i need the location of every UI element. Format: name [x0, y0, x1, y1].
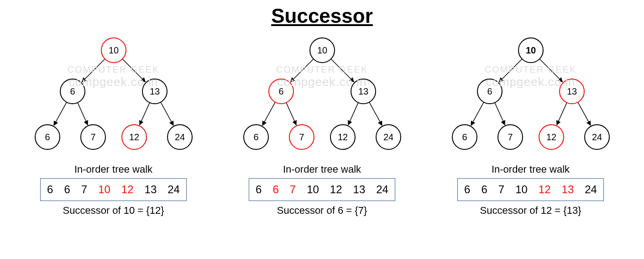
tree-node-value: 24 [174, 132, 184, 142]
walk-value: 7 [498, 183, 504, 196]
walk-value: 13 [562, 183, 574, 196]
tree-node: 7 [498, 125, 523, 149]
walk-value: 10 [515, 183, 528, 196]
tree-node-value: 12 [129, 132, 139, 142]
tree-node: 7 [81, 125, 105, 149]
tree-node-value: 6 [70, 86, 75, 96]
walk-value: 24 [168, 183, 180, 196]
successor-label: Successor of 12 = {13} [480, 205, 581, 217]
tree-node-value: 6 [45, 132, 50, 142]
page-title: Successor [0, 5, 644, 27]
tree-node-value: 24 [383, 132, 393, 142]
successor-label: Successor of 10 = {12} [63, 205, 164, 217]
tree-edge [348, 103, 358, 125]
tree-node-value: 6 [253, 132, 258, 142]
tree-svg: 10613671224 [22, 32, 205, 160]
tree-node: 6 [269, 79, 293, 104]
tree-node-value: 13 [358, 86, 368, 96]
inorder-walk-box: 66710121324 [457, 178, 604, 201]
tree-node: 7 [289, 125, 314, 149]
walk-value: 6 [464, 183, 470, 196]
tree-node: 13 [351, 79, 376, 104]
tree-node-value: 10 [317, 45, 327, 55]
tree-edge [578, 102, 591, 126]
tree-block-1: COMPUTER GEEKcompgeek.co.in10613671224In… [222, 32, 423, 217]
tree-edge [161, 102, 173, 126]
tree-node: 13 [142, 79, 167, 104]
tree-node-value: 6 [487, 86, 492, 96]
walk-value: 10 [98, 183, 110, 196]
tree-node: 6 [452, 125, 477, 149]
tree-node-value: 6 [278, 86, 283, 96]
tree-node: 24 [376, 125, 401, 149]
inorder-walk-label: In-order tree walk [283, 164, 361, 175]
tree-node-value: 10 [108, 45, 118, 55]
tree-edge [53, 102, 66, 126]
tree-edge [122, 59, 145, 82]
tree-node-value: 13 [149, 86, 159, 96]
walk-value: 12 [330, 183, 342, 196]
inorder-walk-label: In-order tree walk [74, 164, 152, 175]
tree-node: 6 [244, 125, 268, 149]
tree-node-value: 7 [299, 132, 304, 142]
tree-block-2: COMPUTER GEEKcompgeek.co.in10613671224In… [430, 32, 631, 217]
tree-edge [499, 59, 522, 82]
tree-edge [495, 103, 505, 125]
tree-edge [471, 102, 483, 126]
tree-node: 10 [310, 38, 335, 63]
walk-value: 6 [256, 183, 262, 196]
walk-value: 7 [290, 183, 296, 196]
tree-node: 24 [585, 125, 609, 149]
tree-node-value: 12 [546, 132, 556, 142]
tree-node: 12 [122, 125, 147, 149]
walk-value: 6 [47, 183, 53, 196]
tree-node: 10 [101, 38, 126, 63]
inorder-walk-box: 66710121324 [40, 178, 187, 201]
walk-value: 13 [145, 183, 157, 196]
walk-value: 13 [353, 183, 366, 196]
walk-value: 24 [585, 183, 597, 196]
tree-node-value: 24 [592, 132, 602, 142]
walk-value: 12 [539, 183, 551, 196]
tree-edge [262, 102, 275, 126]
tree-node: 6 [477, 79, 502, 104]
tree-node: 6 [35, 125, 60, 149]
walk-value: 24 [376, 183, 388, 196]
tree-edge [331, 59, 354, 82]
walk-value: 6 [481, 183, 487, 196]
inorder-walk-box: 66710121324 [249, 178, 395, 201]
walk-value: 7 [81, 183, 87, 196]
tree-node-value: 13 [566, 86, 576, 96]
tree-edge [539, 59, 562, 82]
tree-node-value: 7 [508, 132, 513, 142]
trees-row: COMPUTER GEEKcompgeek.co.in10613671224In… [0, 32, 644, 217]
tree-edge [290, 59, 313, 82]
tree-node: 13 [560, 79, 584, 104]
tree-edge [286, 103, 296, 125]
tree-edge [369, 102, 382, 126]
tree-node-value: 10 [525, 45, 535, 55]
successor-label: Successor of 6 = {7} [277, 205, 367, 217]
tree-node: 12 [539, 125, 564, 149]
tree-node: 12 [330, 125, 355, 149]
inorder-walk-label: In-order tree walk [492, 164, 570, 175]
tree-node: 6 [60, 79, 85, 104]
tree-edge [139, 103, 149, 125]
tree-node-value: 6 [462, 132, 467, 142]
walk-value: 6 [272, 183, 278, 196]
tree-block-0: COMPUTER GEEKcompgeek.co.in10613671224In… [13, 32, 214, 217]
tree-node-value: 7 [90, 132, 95, 142]
tree-edge [556, 103, 566, 125]
tree-node-value: 12 [337, 132, 347, 142]
walk-value: 10 [307, 183, 319, 196]
tree-edge [82, 59, 105, 82]
walk-value: 6 [64, 183, 70, 196]
tree-svg: 10613671224 [231, 32, 414, 160]
tree-node: 24 [168, 125, 192, 149]
walk-value: 12 [121, 183, 134, 196]
tree-node: 10 [518, 38, 543, 63]
tree-edge [78, 103, 88, 125]
tree-svg: 10613671224 [440, 32, 622, 160]
